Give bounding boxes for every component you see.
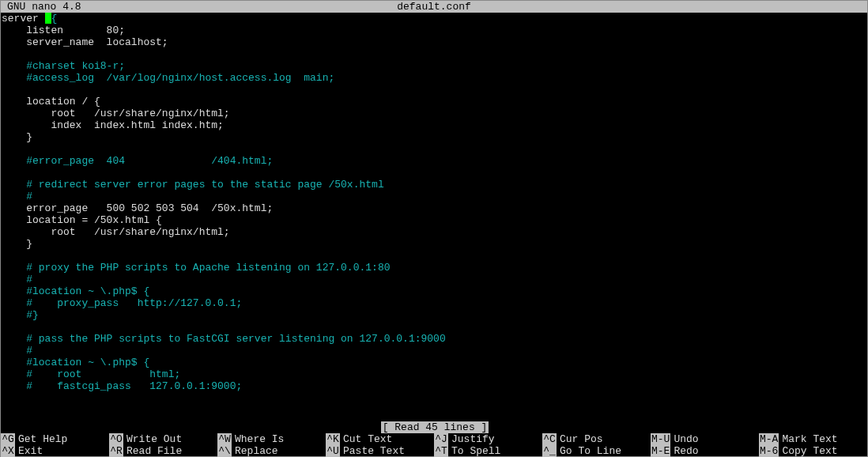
shortcut-key: M-E: [651, 445, 670, 457]
editor-line[interactable]: }: [2, 131, 866, 143]
shortcut-item[interactable]: ^\Replace: [217, 445, 326, 457]
editor-line[interactable]: [2, 250, 866, 262]
shortcut-item[interactable]: ^GGet Help: [1, 433, 109, 445]
shortcut-label: Get Help: [15, 433, 67, 445]
editor-line[interactable]: [2, 84, 866, 96]
editor-line[interactable]: }: [2, 238, 866, 250]
shortcut-item[interactable]: M-ERedo: [651, 445, 759, 457]
editor-line[interactable]: #charset koi8-r;: [2, 60, 866, 72]
editor-area[interactable]: server { listen 80; server_name localhos…: [1, 13, 867, 392]
shortcut-bar: ^GGet Help^OWrite Out^WWhere Is^KCut Tex…: [1, 433, 868, 457]
editor-line[interactable]: error_page 500 502 503 504 /50x.html;: [2, 202, 866, 214]
shortcut-item[interactable]: M-UUndo: [651, 433, 759, 445]
shortcut-label: Read File: [123, 445, 182, 457]
shortcut-key: ^\: [217, 445, 232, 457]
shortcut-key: ^K: [326, 433, 340, 445]
shortcut-label: Justify: [448, 433, 495, 445]
editor-line[interactable]: server {: [2, 13, 866, 25]
shortcut-key: ^O: [109, 433, 123, 445]
shortcut-key: ^R: [109, 445, 123, 457]
editor-line[interactable]: [2, 167, 866, 179]
editor-line[interactable]: [2, 321, 866, 333]
shortcut-item[interactable]: M-AMark Text: [759, 433, 867, 445]
shortcut-label: Mark Text: [779, 433, 837, 445]
shortcut-key: M-6: [759, 445, 779, 457]
editor-line[interactable]: root /usr/share/nginx/html;: [2, 108, 866, 119]
shortcut-key: ^T: [434, 445, 448, 457]
shortcut-label: Copy Text: [779, 445, 837, 457]
editor-line[interactable]: #location ~ \.php$ {: [2, 357, 866, 368]
shortcut-label: To Spell: [448, 445, 500, 457]
shortcut-label: Replace: [232, 445, 278, 457]
editor-line[interactable]: listen 80;: [2, 25, 866, 36]
shortcut-key: ^G: [1, 433, 15, 445]
editor-line[interactable]: #access_log /var/log/nginx/host.access.l…: [2, 72, 866, 84]
editor-line[interactable]: root /usr/share/nginx/html;: [2, 226, 866, 238]
shortcut-key: ^X: [1, 445, 15, 457]
editor-line[interactable]: #: [2, 274, 866, 285]
shortcut-label: Exit: [15, 445, 43, 457]
shortcut-key: M-A: [759, 433, 779, 445]
editor-line[interactable]: # fastcgi_pass 127.0.0.1:9000;: [2, 380, 866, 392]
shortcut-label: Paste Text: [340, 445, 405, 457]
shortcut-item[interactable]: ^RRead File: [109, 445, 217, 457]
shortcut-item[interactable]: ^TTo Spell: [434, 445, 542, 457]
shortcut-label: Cut Text: [340, 433, 392, 445]
editor-line[interactable]: # proxy_pass http://127.0.0.1;: [2, 297, 866, 309]
editor-line[interactable]: #: [2, 191, 866, 202]
editor-line[interactable]: location = /50x.html {: [2, 214, 866, 226]
shortcut-item[interactable]: ^JJustify: [434, 433, 542, 445]
editor-line[interactable]: [2, 143, 866, 155]
editor-line[interactable]: #: [2, 345, 866, 357]
shortcut-label: Undo: [670, 433, 698, 445]
editor-line[interactable]: #}: [2, 309, 866, 321]
editor-line[interactable]: location / {: [2, 96, 866, 108]
shortcut-key: ^U: [326, 445, 340, 457]
shortcut-key: ^W: [217, 433, 232, 445]
shortcut-key: M-U: [651, 433, 670, 445]
shortcut-label: Go To Line: [557, 445, 621, 457]
shortcut-label: Write Out: [123, 433, 182, 445]
editor-line[interactable]: # pass the PHP scripts to FastCGI server…: [2, 333, 866, 345]
shortcut-item[interactable]: ^UPaste Text: [326, 445, 434, 457]
title-bar: GNU nano 4.8 default.conf: [1, 1, 867, 13]
shortcut-label: Where Is: [232, 433, 284, 445]
editor-line[interactable]: server_name localhost;: [2, 36, 866, 48]
shortcut-item[interactable]: ^_Go To Line: [542, 445, 651, 457]
editor-line[interactable]: # redirect server error pages to the sta…: [2, 179, 866, 191]
shortcut-key: ^C: [542, 433, 557, 445]
status-message: [ Read 45 lines ]: [381, 421, 489, 433]
shortcut-item[interactable]: M-6Copy Text: [759, 445, 867, 457]
shortcut-item[interactable]: ^CCur Pos: [542, 433, 651, 445]
editor-line[interactable]: #error_page 404 /404.html;: [2, 155, 866, 167]
shortcut-label: Redo: [670, 445, 698, 457]
shortcut-item[interactable]: ^OWrite Out: [109, 433, 217, 445]
shortcut-key: ^J: [434, 433, 448, 445]
app-name: GNU nano 4.8: [7, 1, 81, 13]
editor-line[interactable]: #location ~ \.php$ {: [2, 285, 866, 297]
editor-line[interactable]: # root html;: [2, 368, 866, 380]
cursor: [45, 13, 51, 24]
shortcut-item[interactable]: ^WWhere Is: [217, 433, 326, 445]
shortcut-key: ^_: [542, 445, 557, 457]
shortcut-item[interactable]: ^XExit: [1, 445, 109, 457]
file-name: default.conf: [397, 1, 471, 13]
shortcut-item[interactable]: ^KCut Text: [326, 433, 434, 445]
editor-line[interactable]: [2, 48, 866, 60]
editor-line[interactable]: # proxy the PHP scripts to Apache listen…: [2, 262, 866, 274]
status-bar: [ Read 45 lines ]: [1, 421, 868, 433]
editor-line[interactable]: index index.html index.htm;: [2, 119, 866, 131]
shortcut-label: Cur Pos: [557, 433, 603, 445]
